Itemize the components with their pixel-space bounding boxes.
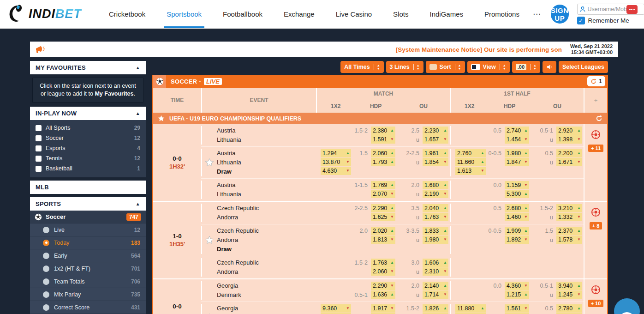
odds-match-ou[interactable]: 1.657▼ <box>423 135 448 144</box>
mlb-header[interactable]: MLB <box>30 181 146 194</box>
odds-match-hdp[interactable]: 2.380▲ <box>371 127 395 135</box>
odds-half-hdp[interactable]: 1.892▼ <box>505 236 529 244</box>
nav-cricketbook[interactable]: Cricketbook <box>109 0 145 28</box>
view-button[interactable]: View▲▼ <box>467 61 510 73</box>
inplay-item-soccer[interactable]: Soccer12 <box>30 133 146 143</box>
radio-icon[interactable] <box>43 253 49 259</box>
star-icon[interactable] <box>158 115 165 122</box>
odds-match-ou[interactable]: 1.763▼ <box>423 213 448 221</box>
odds-half-ou[interactable]: 2.370▲ <box>556 227 582 235</box>
odds-half-hdp[interactable]: 1.909▲ <box>505 227 529 235</box>
odds-half-ou[interactable]: 2.200▲ <box>556 149 582 157</box>
nav-slots[interactable]: Slots <box>393 0 408 28</box>
odds-match-ou[interactable]: 2.040▲ <box>423 204 448 212</box>
odds-half-hdp[interactable]: 1.159▼ <box>505 181 529 189</box>
odds-half-hdp[interactable]: 1.460▼ <box>505 213 529 221</box>
sidebar-item-correct-score[interactable]: Correct Score431 <box>30 301 146 314</box>
radio-icon[interactable] <box>43 240 49 246</box>
refresh-button[interactable]: 1 <box>587 76 605 86</box>
nav-indigames[interactable]: IndiGames <box>429 0 463 28</box>
nav-sportsbook[interactable]: Sportsbook <box>167 0 202 28</box>
all-times-button[interactable]: All Times▲▼ <box>340 61 383 73</box>
radio-icon[interactable] <box>43 266 49 272</box>
odds-match-hdp[interactable]: 1.625▼ <box>371 213 395 221</box>
odds-half-1x2[interactable]: 2.760▲ <box>455 149 486 157</box>
odds-half-1x2[interactable]: 11.660▲ <box>455 158 486 166</box>
odds-half-ou[interactable]: 3.940▲ <box>556 282 582 290</box>
checkbox-icon[interactable] <box>36 145 42 151</box>
odds-match-ou[interactable]: 2.310▼ <box>423 267 448 276</box>
odds-match-1x2[interactable]: 4.630▼ <box>321 167 351 175</box>
nav-footballbook[interactable]: Footballbook <box>223 0 262 28</box>
checkbox-icon[interactable] <box>36 125 42 131</box>
odds-match-ou[interactable]: 1.680▲ <box>423 181 448 189</box>
inplay-item-esports[interactable]: Esports4 <box>30 143 146 153</box>
odds-half-hdp[interactable]: 5.300▲ <box>505 190 529 198</box>
odds-match-ou[interactable]: 1.826▲ <box>423 304 448 313</box>
nav-exchange[interactable]: Exchange <box>284 0 315 28</box>
odds-match-hdp[interactable]: 2.290▼ <box>371 282 395 290</box>
favourites-header[interactable]: MY FAVOURITES ▲ <box>30 61 146 74</box>
nav-live-casino[interactable]: Live Casino <box>336 0 372 28</box>
favourite-star-icon[interactable] <box>205 158 214 167</box>
odds-match-hdp[interactable]: 1.769▲ <box>371 181 395 189</box>
odds-half-hdp[interactable]: 1.980▲ <box>505 149 529 157</box>
odds-match-1x2[interactable]: 9.360▼ <box>321 304 351 313</box>
odds-half-ou[interactable]: 1.332▼ <box>556 213 582 221</box>
odds-match-ou[interactable]: 1.606▲ <box>423 259 448 267</box>
odds-match-hdp[interactable]: 1.636▲ <box>371 290 395 299</box>
odds-half-1x2[interactable]: 1.613▼ <box>455 167 486 175</box>
logo[interactable]: INDIBET <box>6 4 82 24</box>
inplay-item-tennis[interactable]: Tennis12 <box>30 153 146 163</box>
3-lines-button[interactable]: 3 Lines▲▼ <box>386 61 423 73</box>
radio-icon[interactable] <box>43 278 49 285</box>
odds-match-hdp[interactable]: 1.917▼ <box>371 304 395 313</box>
odds-match-ou[interactable]: 1.714▼ <box>423 290 448 299</box>
odds-half-hdp[interactable]: 4.360▼ <box>505 282 529 290</box>
more-bets-badge[interactable]: + 11 <box>588 145 603 152</box>
odds-half-ou[interactable]: 2.780▲ <box>556 304 582 313</box>
odds-half-ou[interactable]: 1.578▼ <box>556 236 582 244</box>
odds-half-ou[interactable]: 2.920▲ <box>556 127 582 135</box>
sidebar-item-soccer[interactable]: Soccer 747 <box>30 211 146 223</box>
checkbox-icon[interactable] <box>36 156 42 162</box>
sidebar-item-early[interactable]: Early564 <box>30 249 146 262</box>
odds-half-hdp[interactable]: 1.454▼ <box>505 135 529 144</box>
checkbox-icon[interactable] <box>36 135 42 141</box>
odds-match-ou[interactable]: 2.230▲ <box>423 127 448 135</box>
odds-half-hdp[interactable]: 2.740▲ <box>505 127 529 135</box>
input-addon-icon[interactable] <box>626 5 638 14</box>
odds-match-ou[interactable]: 2.190▼ <box>423 190 448 198</box>
favourite-star-icon[interactable] <box>205 236 214 245</box>
odds-match-hdp[interactable]: 2.070▼ <box>371 190 395 198</box>
sidebar-item-mix-parlay[interactable]: Mix Parlay735 <box>30 288 146 301</box>
sports-header[interactable]: SPORTS ▲ <box>30 197 146 211</box>
league-header[interactable]: UEFA - U19 EURO CHAMPIONSHIP QUALIFIERS <box>153 113 607 124</box>
odds-match-hdp[interactable]: 2.020▲ <box>371 227 395 235</box>
odds-match-hdp[interactable]: 1.793▲ <box>371 158 395 166</box>
odds-half-hdp[interactable]: 1.561▼ <box>505 304 529 313</box>
odds-match-hdp[interactable]: 1.591▼ <box>371 135 395 144</box>
select-leagues-button[interactable]: Select Leagues <box>559 61 608 73</box>
odds-match-hdp[interactable]: 1.813▼ <box>371 236 395 244</box>
odds-match-1x2[interactable]: 13.870▼ <box>321 158 351 166</box>
checkbox-icon[interactable] <box>36 166 42 172</box>
odds-match-ou[interactable]: 1.854▼ <box>423 158 448 166</box>
odds-match-hdp[interactable]: 2.060▼ <box>371 267 395 276</box>
odds-half-ou[interactable]: 1.671▼ <box>556 158 582 166</box>
sidebar-item-1x2-ht-ft[interactable]: 1x2 (HT & FT)701 <box>30 262 146 275</box>
odds-half-ou[interactable]: 1.245▼ <box>556 290 582 299</box>
radio-icon[interactable] <box>43 304 49 311</box>
radio-icon[interactable] <box>43 291 49 298</box>
odds-match-1x2[interactable]: 1.294▲ <box>321 149 351 157</box>
sort-button[interactable]: Sort▲▼ <box>426 61 465 73</box>
remember-me-checkbox[interactable]: ✓ Remember Me <box>577 17 644 24</box>
odds-match-ou[interactable]: 1.961▲ <box>423 149 448 157</box>
more-bets-badge[interactable]: + 8 <box>590 222 602 229</box>
refresh-icon[interactable] <box>596 115 602 122</box>
inplay-header[interactable]: IN-PLAY NOW ▲ <box>30 107 146 120</box>
odds-match-hdp[interactable]: 2.060▲ <box>371 149 395 157</box>
sidebar-item-live[interactable]: Live12 <box>30 223 146 236</box>
odds-match-ou[interactable]: 1.980▼ <box>423 236 448 244</box>
odds-match-ou[interactable]: 1.833▲ <box>423 227 448 235</box>
